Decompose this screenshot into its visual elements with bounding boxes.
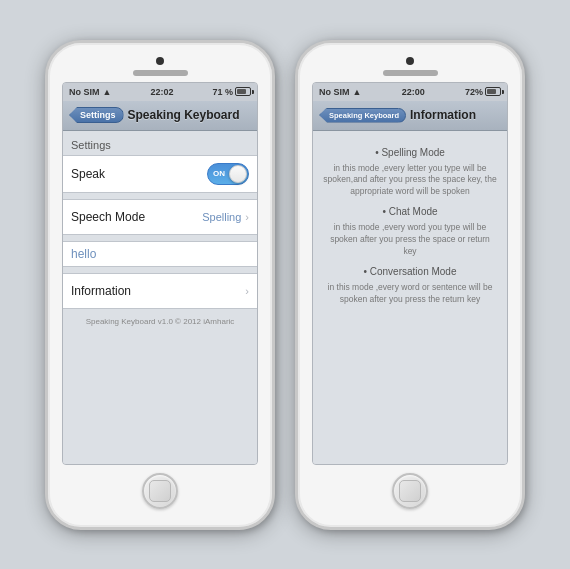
carrier-2: No SIM <box>319 87 350 97</box>
speech-mode-label: Speech Mode <box>71 210 202 224</box>
information-group: Information › <box>63 273 257 309</box>
mode3-desc: in this mode ,every word or sentence wil… <box>323 282 497 306</box>
battery-icon-1 <box>235 87 251 96</box>
speaker-1 <box>133 70 188 76</box>
time-2: 22:00 <box>402 87 425 97</box>
wifi-icon-1: ▲ <box>103 87 112 97</box>
mode2-desc: in this mode ,every word you type will b… <box>323 222 497 258</box>
phone-2: No SIM ▲ 22:00 72% Speaking Keyboard Inf… <box>295 40 525 530</box>
time-1: 22:02 <box>150 87 173 97</box>
phone-top-1 <box>48 55 272 76</box>
home-button-2[interactable] <box>392 473 428 509</box>
back-button-2[interactable]: Speaking Keyboard <box>319 108 406 123</box>
nav-title-1: Speaking Keyboard <box>128 108 251 122</box>
toggle-knob <box>229 165 247 183</box>
chevron-icon-speech: › <box>245 211 249 223</box>
speak-group: Speak ON <box>63 155 257 193</box>
mode1-title: • Spelling Mode <box>323 145 497 160</box>
status-bar-2: No SIM ▲ 22:00 72% <box>313 83 507 101</box>
battery-pct-2: 72% <box>465 87 483 97</box>
wifi-icon-2: ▲ <box>353 87 362 97</box>
battery-pct-1: 71 % <box>212 87 233 97</box>
speaker-2 <box>383 70 438 76</box>
camera-2 <box>406 57 414 65</box>
input-value: hello <box>71 247 96 261</box>
information-label: Information <box>71 284 245 298</box>
home-button-inner-2 <box>399 480 421 502</box>
info-screen-content: • Spelling Mode in this mode ,every lett… <box>313 131 507 464</box>
nav-bar-2: Speaking Keyboard Information <box>313 101 507 131</box>
battery-icon-2 <box>485 87 501 96</box>
phone-1: No SIM ▲ 22:02 71 % Settings Speaking Ke… <box>45 40 275 530</box>
nav-bar-1: Settings Speaking Keyboard <box>63 101 257 131</box>
toggle-on-label: ON <box>213 169 225 178</box>
information-row[interactable]: Information › <box>63 274 257 308</box>
mode2-title: • Chat Mode <box>323 204 497 219</box>
footer-text: Speaking Keyboard v1.0 © 2012 iAmharic <box>63 311 257 332</box>
speak-label: Speak <box>71 167 207 181</box>
carrier-1: No SIM <box>69 87 100 97</box>
speak-toggle[interactable]: ON <box>207 163 249 185</box>
hello-input[interactable]: hello <box>63 241 257 267</box>
chevron-icon-info: › <box>245 285 249 297</box>
status-bar-1: No SIM ▲ 22:02 71 % <box>63 83 257 101</box>
nav-title-2: Information <box>410 108 501 122</box>
mode3-title: • Conversation Mode <box>323 264 497 279</box>
speech-mode-row[interactable]: Speech Mode Spelling › <box>63 200 257 234</box>
screen-1: No SIM ▲ 22:02 71 % Settings Speaking Ke… <box>62 82 258 465</box>
speech-mode-group: Speech Mode Spelling › <box>63 199 257 235</box>
home-button-1[interactable] <box>142 473 178 509</box>
phone-top-2 <box>298 55 522 76</box>
camera-1 <box>156 57 164 65</box>
mode1-desc: in this mode ,every letter you type will… <box>323 163 497 199</box>
settings-section: Settings <box>63 131 257 155</box>
speech-mode-value: Spelling <box>202 211 241 223</box>
back-button-1[interactable]: Settings <box>69 107 124 123</box>
speak-row: Speak ON <box>63 156 257 192</box>
settings-content: Settings Speak ON Speech Mode Spelling › <box>63 131 257 464</box>
home-button-inner-1 <box>149 480 171 502</box>
screen-2: No SIM ▲ 22:00 72% Speaking Keyboard Inf… <box>312 82 508 465</box>
